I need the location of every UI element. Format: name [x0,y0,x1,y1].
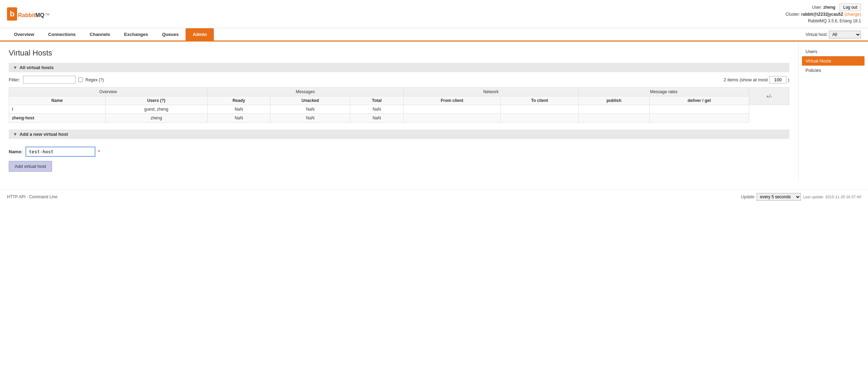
vhost-select[interactable]: All / zheng-host [829,31,861,38]
messages-header: Messages [207,88,403,96]
footer-left: HTTP API | Command Line [7,194,57,199]
all-vhosts-header[interactable]: ▼ All virtual hosts [9,63,789,72]
table-row: zheng-hostzhengNaNNaNNaN [9,114,789,123]
cluster-change-link[interactable]: (change) [845,12,861,17]
nav-queues[interactable]: Queues [155,28,186,40]
nav-admin[interactable]: Admin [186,28,214,40]
all-vhosts-label: All virtual hosts [20,65,54,70]
message-rates-header: Message rates [578,88,749,96]
filter-input[interactable] [23,76,75,84]
http-api-link[interactable]: HTTP API [7,194,26,199]
overview-header: Overview [9,88,208,96]
update-label: Update [741,194,755,199]
footer-right: Update every 5 secondsevery 10 secondsev… [741,193,861,201]
col-users: Users (?) [105,96,207,105]
network-header: Network [403,88,578,96]
table-row: /guest, zhengNaNNaNNaN [9,105,789,114]
new-vhost-name-input[interactable] [26,147,95,157]
name-form-label: Name: [9,149,23,154]
add-form: Name: * Add virtual host [9,143,789,175]
vhost-data-cell: NaN [207,114,270,123]
collapse-arrow-icon: ▼ [13,65,17,70]
command-line-link[interactable]: Command Line [29,194,57,199]
logo: b RabbitMQ™ [7,7,50,21]
items-count-text: 2 items (show at most [724,77,768,82]
add-collapse-arrow-icon: ▼ [13,132,17,137]
page-title: Virtual Hosts [9,49,789,58]
vhost-data-cell [403,105,500,114]
vhost-name-link[interactable]: / [12,107,13,112]
col-ready: Ready [207,96,270,105]
vhost-label: Virtual host: [806,32,828,37]
col-from-client: From client [403,96,500,105]
cluster-name: rabbit@iZ232jycau5Z [801,12,843,17]
plus-minus-cell[interactable]: +/- [749,88,789,105]
filter-label: Filter: [9,77,20,82]
nav: Overview Connections Channels Exchanges … [0,28,868,42]
username: zheng [823,5,836,10]
nav-exchanges[interactable]: Exchanges [117,28,155,40]
col-deliver-get: deliver / get [650,96,749,105]
vhost-data-cell [650,114,749,123]
vhost-data-cell: NaN [207,105,270,114]
version-info: RabbitMQ 3.5.6, Erlang 18.1 [808,18,861,23]
nav-channels[interactable]: Channels [83,28,117,40]
header: b RabbitMQ™ User: zheng Log out Cluster:… [0,0,868,28]
add-virtual-host-button[interactable]: Add virtual host [9,161,52,172]
content-wrapper: Virtual Hosts ▼ All virtual hosts Filter… [0,42,868,182]
col-name: Name [9,96,106,105]
sidebar-item-virtual-hosts[interactable]: Virtual Hosts [802,56,865,66]
filter-row: Filter: Regex (?) 2 items (show at most … [9,72,789,87]
vhosts-tbody: /guest, zhengNaNNaNNaNzheng-hostzhengNaN… [9,105,789,123]
sidebar-item-policies[interactable]: Policies [802,66,865,75]
col-total: Total [350,96,403,105]
update-interval-select[interactable]: every 5 secondsevery 10 secondsevery 30 … [757,193,801,201]
close-paren: ) [788,77,789,82]
required-star: * [98,149,100,155]
vhost-name-cell[interactable]: zheng-host [9,114,106,123]
col-to-client: To client [501,96,579,105]
cluster-label: Cluster: [786,12,800,17]
vhost-data-cell: NaN [270,114,350,123]
show-most-input[interactable]: 100 [769,76,787,83]
add-vhost-header[interactable]: ▼ Add a new virtual host [9,130,789,139]
regex-label: Regex (?) [86,77,104,82]
vhost-data-cell: guest, zheng [105,105,207,114]
logo-text: RabbitMQ™ [18,8,50,20]
vhost-data-cell [501,105,579,114]
footer: HTTP API | Command Line Update every 5 s… [0,189,868,204]
main-content: Virtual Hosts ▼ All virtual hosts Filter… [0,42,798,182]
vhost-data-cell [501,114,579,123]
col-publish: publish [578,96,649,105]
logout-button[interactable]: Log out [839,3,861,11]
col-unacked: Unacked [270,96,350,105]
add-vhost-section: ▼ Add a new virtual host Name: * Add vir… [9,130,789,175]
vhost-data-cell [403,114,500,123]
user-label: User: [812,5,822,10]
vhost-data-cell [578,105,649,114]
vhost-name-link[interactable]: zheng-host [12,116,34,120]
vhost-name-cell[interactable]: / [9,105,106,114]
vhost-data-cell: NaN [350,114,403,123]
all-vhosts-section: ▼ All virtual hosts Filter: Regex (?) 2 … [9,63,789,123]
vhost-data-cell: NaN [350,105,403,114]
items-count: 2 items (show at most 100 ) [724,76,789,83]
last-update: Last update: 2015-11-20 16:37:49 [803,195,861,199]
vhost-data-cell: zheng [105,114,207,123]
sidebar: Users Virtual Hosts Policies [798,42,868,182]
name-form-row: Name: * [9,147,789,157]
logo-icon: b [7,7,17,21]
nav-connections[interactable]: Connections [41,28,83,40]
vhost-data-cell [578,114,649,123]
vhost-selector: Virtual host: All / zheng-host [806,31,861,38]
user-info: User: zheng Log out Cluster: rabbit@iZ23… [786,3,861,24]
add-vhost-label: Add a new virtual host [20,132,68,137]
regex-checkbox[interactable] [78,77,83,82]
vhosts-table: Overview Messages Network Message rates … [9,87,789,123]
nav-overview[interactable]: Overview [7,28,41,40]
vhost-data-cell [650,105,749,114]
sidebar-item-users[interactable]: Users [802,47,865,56]
vhost-data-cell: NaN [270,105,350,114]
